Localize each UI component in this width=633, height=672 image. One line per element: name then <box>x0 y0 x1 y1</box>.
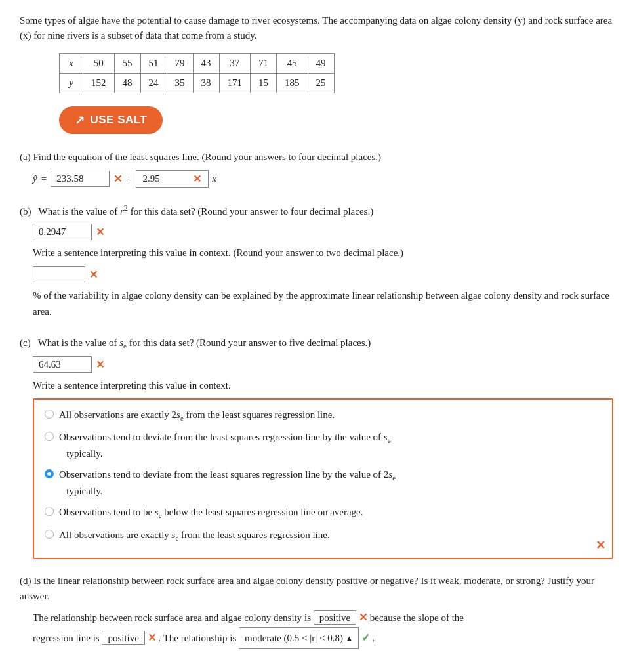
part-c-sentence-label: Write a sentence interpreting this value… <box>33 378 613 393</box>
d-check-mark: ✓ <box>361 632 370 643</box>
part-a-label: (a) Find the equation of the least squar… <box>20 150 613 165</box>
y-val-9: 25 <box>308 74 334 93</box>
plus-sign: + <box>126 173 131 184</box>
radio-option-5[interactable]: All observations are exactly se from the… <box>45 528 602 544</box>
d-inline-value1[interactable]: positive <box>314 610 357 625</box>
x-val-1: 50 <box>83 54 115 74</box>
part-d: (d) Is the linear relationship between r… <box>20 574 613 649</box>
d-sentence2-after: . The relationship is <box>158 633 236 643</box>
r-squared-input[interactable]: 0.2947 <box>33 224 92 240</box>
x-val-2: 55 <box>114 54 140 74</box>
radio-option-4-text: Observations tend to be se below the lea… <box>59 505 363 521</box>
equals-sign: = <box>41 173 47 184</box>
radio-options-box: All observations are exactly 2se from th… <box>33 398 613 560</box>
part-c-text: (c) What is the value of se for this dat… <box>20 337 371 348</box>
salt-button-label: USE SALT <box>91 114 148 127</box>
x-val-4: 79 <box>167 54 193 74</box>
radio-btn-2[interactable] <box>45 432 54 441</box>
d-period: . <box>372 633 375 643</box>
intercept-x-mark: ✕ <box>113 173 122 185</box>
radio-btn-5[interactable] <box>45 530 54 539</box>
slope-paren-box: 2.95 ✕ <box>136 170 209 188</box>
x-val-7: 71 <box>251 54 277 74</box>
d-inline-value2[interactable]: positive <box>102 631 145 645</box>
radio-option-3-text: Observations tend to deviate from the le… <box>59 467 396 498</box>
y-hat-label: ŷ <box>33 173 37 184</box>
radio-btn-3[interactable] <box>45 469 54 478</box>
part-c-answer-row: 64.63 ✕ <box>33 356 613 373</box>
y-val-3: 24 <box>140 74 167 93</box>
slope-input[interactable]: 2.95 <box>143 173 189 184</box>
x-suffix: x <box>213 173 217 184</box>
d-x-mark-2: ✕ <box>148 632 156 643</box>
radio-option-4[interactable]: Observations tend to be se below the lea… <box>45 505 602 521</box>
part-b-sentence-label: Write a sentence interpreting this value… <box>33 245 613 261</box>
part-b-sentence-line: ✕ % of the variability in algae colony d… <box>33 266 613 321</box>
part-b-text: (b) What is the value of r2 for this dat… <box>20 206 373 217</box>
part-b-answer-row: 0.2947 ✕ <box>33 224 613 240</box>
se-x-mark: ✕ <box>96 358 104 371</box>
x-val-3: 51 <box>140 54 167 74</box>
part-b: (b) What is the value of r2 for this dat… <box>20 202 613 321</box>
radio-option-5-text: All observations are exactly se from the… <box>59 528 330 544</box>
y-val-8: 185 <box>277 74 308 93</box>
radio-btn-1[interactable] <box>45 410 54 419</box>
intercept-input[interactable]: 233.58 <box>51 171 110 187</box>
radio-option-2-text: Observations tend to deviate from the le… <box>59 430 391 461</box>
radio-option-2[interactable]: Observations tend to deviate from the le… <box>45 430 602 461</box>
radio-btn-4[interactable] <box>45 507 54 516</box>
se-input[interactable]: 64.63 <box>33 356 92 373</box>
part-d-label: (d) Is the linear relationship between r… <box>20 574 613 603</box>
part-c-label: (c) What is the value of se for this dat… <box>20 335 613 352</box>
slope-x-mark: ✕ <box>193 173 201 185</box>
y-val-5: 38 <box>193 74 219 93</box>
d-x-mark-1: ✕ <box>359 612 367 623</box>
variability-blank[interactable] <box>33 266 85 282</box>
radio-box-x-mark: ✕ <box>596 538 605 553</box>
y-val-1: 152 <box>83 74 115 93</box>
radio-option-1[interactable]: All observations are exactly 2se from th… <box>45 408 602 424</box>
r-squared-x-mark: ✕ <box>96 226 104 238</box>
intro-text: Some types of algae have the potential t… <box>20 13 613 43</box>
use-salt-button[interactable]: ↗ USE SALT <box>59 106 163 134</box>
x-label: x <box>60 54 83 74</box>
radio-option-1-text: All observations are exactly 2se from th… <box>59 408 335 424</box>
d-dropdown[interactable]: moderate (0.5 < |r| < 0.8) ▲ <box>239 627 359 649</box>
y-val-4: 35 <box>167 74 193 93</box>
x-val-6: 37 <box>219 54 251 74</box>
y-val-6: 171 <box>219 74 251 93</box>
x-val-9: 49 <box>308 54 334 74</box>
part-d-sentence: The relationship between rock surface ar… <box>33 608 613 649</box>
part-a: (a) Find the equation of the least squar… <box>20 150 613 188</box>
d-sentence2-before: regression line is <box>33 633 100 643</box>
part-a-answer-row: ŷ = 233.58 ✕ + 2.95 ✕ x <box>33 170 613 188</box>
y-label: y <box>60 74 83 93</box>
d-sentence1-before: The relationship between rock surface ar… <box>33 612 311 623</box>
x-val-8: 45 <box>277 54 308 74</box>
y-val-7: 15 <box>251 74 277 93</box>
variability-x-mark: ✕ <box>89 266 98 284</box>
d-sentence1-after: because the slope of the <box>370 612 464 623</box>
part-c: (c) What is the value of se for this dat… <box>20 335 613 560</box>
salt-icon: ↗ <box>75 113 85 127</box>
x-val-5: 43 <box>193 54 219 74</box>
y-val-2: 48 <box>114 74 140 93</box>
part-b-label: (b) What is the value of r2 for this dat… <box>20 202 613 219</box>
d-dropdown-value: moderate (0.5 < |r| < 0.8) <box>245 629 343 647</box>
d-dropdown-arrow: ▲ <box>346 632 353 645</box>
data-table: x 50 55 51 79 43 37 71 45 49 y 152 48 24… <box>59 53 335 93</box>
radio-option-3[interactable]: Observations tend to deviate from the le… <box>45 467 602 498</box>
b-sentence-after: % of the variability in algae colony den… <box>33 287 613 321</box>
